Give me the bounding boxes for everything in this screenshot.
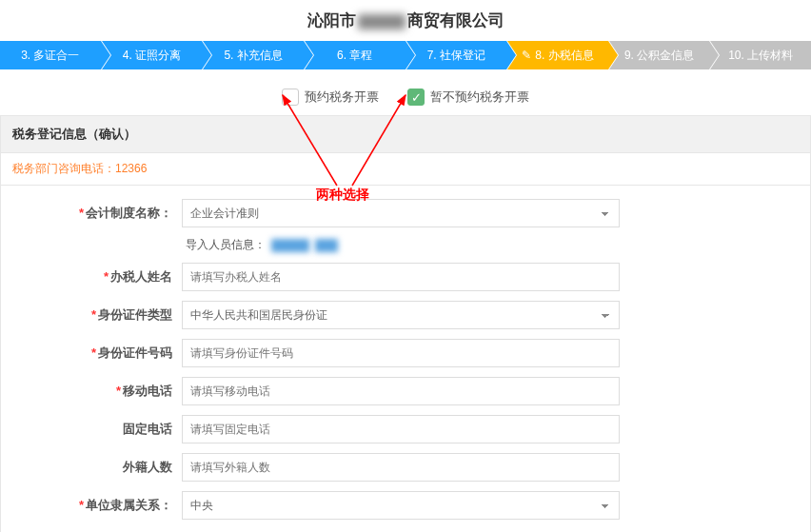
label-idtype: *身份证件类型: [1, 306, 182, 324]
label-accounting: *会计制度名称：: [1, 205, 182, 222]
step-label: 5. 补充信息: [224, 48, 282, 64]
step-label: 7. 社保登记: [427, 48, 485, 64]
step-label: 4. 证照分离: [123, 48, 181, 64]
label-fixed: 固定电话: [1, 421, 182, 438]
step-bar: 3. 多证合一4. 证照分离5. 补充信息6. 章程7. 社保登记✎8. 办税信…: [0, 41, 811, 69]
label-name: *办税人姓名: [1, 268, 182, 286]
checkbox-label: 预约税务开票: [305, 89, 379, 106]
input-idnum[interactable]: [182, 339, 620, 367]
label-affil: *单位隶属关系：: [1, 497, 182, 514]
label-foreign: 外籍人数: [1, 459, 182, 476]
step-label: 10. 上传材料: [728, 48, 793, 64]
input-foreign[interactable]: [182, 453, 620, 482]
checkbox-label: 暂不预约税务开票: [430, 89, 529, 106]
input-fixed[interactable]: [182, 415, 620, 443]
step-3[interactable]: 3. 多证合一: [0, 41, 101, 69]
select-affil[interactable]: 中央: [182, 491, 620, 520]
step-8[interactable]: ✎8. 办税信息: [507, 41, 608, 69]
section-header: 税务登记信息（确认）: [0, 115, 811, 153]
select-accounting[interactable]: 企业会计准则: [182, 199, 620, 227]
step-label: 3. 多证合一: [21, 48, 79, 64]
checkbox-option-1[interactable]: 预约税务开票: [282, 89, 379, 106]
form-container: *会计制度名称： 企业会计准则 导入人员信息： *办税人姓名 *身份证件类型 中…: [0, 186, 811, 532]
checkbox-option-2[interactable]: ✓ 暂不预约税务开票: [407, 89, 529, 106]
input-name[interactable]: [182, 263, 620, 291]
step-label: 8. 办税信息: [535, 48, 593, 64]
page-title: 沁阳市商贸有限公司: [0, 0, 811, 41]
step-4[interactable]: 4. 证照分离: [102, 41, 203, 69]
step-9[interactable]: 9. 公积金信息: [609, 41, 710, 69]
step-10[interactable]: 10. 上传材料: [710, 41, 811, 69]
input-mobile[interactable]: [182, 377, 620, 405]
contact-line: 税务部门咨询电话：12366: [0, 153, 811, 186]
step-5[interactable]: 5. 补充信息: [203, 41, 304, 69]
step-7[interactable]: 7. 社保登记: [406, 41, 507, 69]
pencil-icon: ✎: [522, 49, 531, 62]
step-label: 6. 章程: [337, 48, 372, 64]
checkbox-row: 预约税务开票 ✓ 暂不预约税务开票: [0, 69, 811, 115]
step-label: 9. 公积金信息: [624, 48, 694, 64]
label-mobile: *移动电话: [1, 383, 182, 400]
checkbox-checked-icon[interactable]: ✓: [407, 89, 425, 106]
import-info: 导入人员信息：: [182, 237, 620, 253]
select-idtype[interactable]: 中华人民共和国居民身份证: [182, 301, 620, 329]
step-6[interactable]: 6. 章程: [305, 41, 406, 69]
checkbox-unchecked-icon[interactable]: [282, 89, 299, 106]
label-idnum: *身份证件号码: [1, 345, 182, 362]
